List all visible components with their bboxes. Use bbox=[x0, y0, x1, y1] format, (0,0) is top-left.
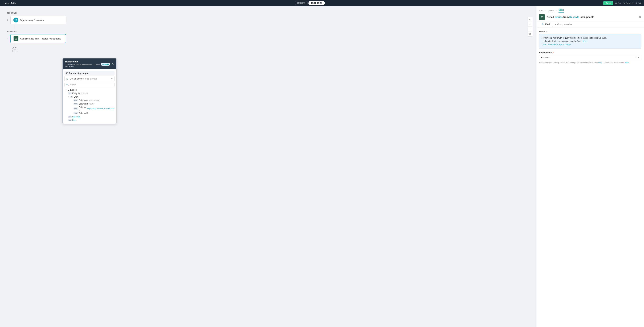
help-link-learn-more[interactable]: Learn more about lookup tables bbox=[542, 43, 571, 46]
type-grid-badge: ⊞ bbox=[70, 96, 73, 98]
field-hint-link1[interactable]: here bbox=[598, 62, 602, 64]
main-tabs: RECIPE TEST JOBS bbox=[295, 1, 325, 5]
type-number-badge-size: 123 bbox=[68, 116, 72, 118]
rdp-subtitle: To use data from a previous step, drag i… bbox=[65, 63, 112, 68]
group-map-icon: ⊞ bbox=[554, 23, 556, 26]
topbar: Lookup Table RECIPE TEST JOBS Save ⊕ Tes… bbox=[0, 0, 644, 6]
entries-toggle[interactable]: ▼ bbox=[65, 89, 67, 91]
rp-title: Get all entries from Records lookup tabl… bbox=[546, 16, 594, 19]
list-size-item[interactable]: 123 List size bbox=[67, 115, 114, 118]
add-step-button[interactable]: + bbox=[12, 47, 18, 52]
refresh-button[interactable]: ↻ Refresh bbox=[624, 2, 633, 4]
step1-number: 1 bbox=[7, 19, 8, 21]
field-hint-link2[interactable]: here bbox=[625, 62, 628, 64]
save-button[interactable]: Save bbox=[603, 1, 613, 5]
breadcrumb-action[interactable]: Action bbox=[548, 10, 554, 12]
exit-icon: ✕ bbox=[635, 2, 637, 4]
refresh-icon: ↻ bbox=[624, 2, 625, 4]
actions-section: ACTIONS 2 ⊞ Get all entries from Records… bbox=[7, 30, 529, 43]
tab-recipe[interactable]: RECIPE bbox=[295, 1, 308, 5]
rp-title-row: ⊞ Get all entries from Records lookup ta… bbox=[539, 14, 641, 22]
connector-1 bbox=[15, 25, 15, 29]
search-icon: 🔍 bbox=[66, 84, 69, 86]
column-a-item[interactable]: ABC Column A 4002387037 bbox=[73, 99, 114, 102]
test-button[interactable]: ⊕ Test bbox=[615, 2, 622, 4]
zoom-controls: ⊙ + − ⊕ bbox=[528, 17, 533, 37]
list-more-item[interactable]: 123 List ↓ bbox=[67, 118, 114, 122]
step-output-label: Get all entries bbox=[70, 77, 84, 80]
lookup-table-dropdown-button[interactable]: ▾ bbox=[638, 56, 639, 59]
type-string-badge-b: ABC bbox=[74, 103, 78, 105]
lookup-table-hint: Select from your lookup tables. You can … bbox=[539, 61, 641, 64]
entries-group[interactable]: ▼ ☰ Entries bbox=[64, 88, 114, 92]
help-label: HELP bbox=[539, 30, 545, 33]
app-title: Lookup Table bbox=[3, 2, 16, 5]
lookup-table-value: Records bbox=[541, 56, 635, 59]
dropdown-chevron-icon: ▾ bbox=[112, 77, 112, 80]
breadcrumb-setup[interactable]: Setup bbox=[558, 9, 564, 13]
breadcrumb-app[interactable]: App bbox=[539, 10, 543, 12]
zoom-reset-button[interactable]: ⊙ bbox=[528, 17, 532, 22]
exit-button[interactable]: ✕ Exit bbox=[635, 2, 641, 4]
breadcrumb-arrow-2: → bbox=[555, 10, 557, 12]
lookup-table-field: Lookup table * Records ✕ ▾ Select from y… bbox=[539, 52, 641, 64]
type-number-badge-more: 123 bbox=[68, 119, 72, 121]
test-icon: ⊕ bbox=[615, 2, 617, 4]
right-panel: App → Action → Setup ⊞ Get all entries f… bbox=[536, 6, 644, 327]
search-icon-tab: 🔍 bbox=[542, 23, 544, 26]
trigger-icon: ⏱ bbox=[14, 18, 18, 23]
step2-number: 2 bbox=[7, 38, 8, 40]
step-output-dropdown[interactable]: ⊞ Get all entries (Step 2 output) ▾ bbox=[64, 76, 114, 81]
grid-icon: ⊞ bbox=[66, 72, 68, 75]
rp-body: HELP ▲ Retrieves a maximum of 10000 entr… bbox=[536, 28, 644, 327]
trigger-text: Trigger every 5 minutes bbox=[20, 19, 44, 22]
rp-action-icon: ⊞ bbox=[539, 14, 545, 20]
trigger-section-label: TRIGGER bbox=[7, 12, 529, 14]
type-string-badge-a: ABC bbox=[74, 99, 78, 101]
help-header[interactable]: HELP ▲ bbox=[539, 30, 641, 33]
lookup-table-label: Lookup table * bbox=[539, 52, 641, 54]
type-string-badge-d: ABC bbox=[74, 112, 78, 114]
action-block[interactable]: ⊞ Get all entries from Records lookup ta… bbox=[10, 34, 66, 43]
entry-toggle[interactable]: ▼ bbox=[68, 96, 70, 98]
lookup-table-clear-button[interactable]: ✕ bbox=[635, 56, 637, 59]
tab-find[interactable]: 🔍 Find bbox=[539, 22, 552, 27]
search-box: 🔍 bbox=[64, 83, 114, 87]
rdp-section-current-output: ⊞ Current step output bbox=[64, 71, 114, 76]
connector-2 bbox=[15, 43, 15, 47]
column-c-item[interactable]: ABC Column C https://app.preview.workato… bbox=[73, 106, 114, 112]
step-output-sublabel: (Step 2 output) bbox=[85, 78, 97, 80]
required-indicator: * bbox=[553, 52, 554, 54]
actions-section-label: ACTIONS bbox=[7, 30, 529, 32]
chevron-up-icon: ▲ bbox=[546, 30, 548, 33]
help-section: HELP ▲ Retrieves a maximum of 10000 entr… bbox=[539, 30, 641, 49]
main-layout: TRIGGER 1 ⏱ Trigger every 5 minutes ACTI… bbox=[0, 6, 644, 327]
breadcrumb-arrow-1: → bbox=[544, 10, 546, 12]
rp-close-button[interactable]: ✕ bbox=[638, 15, 641, 19]
column-d-item[interactable]: ABC Column D ↓ bbox=[73, 112, 114, 115]
datapill-badge: datapill bbox=[101, 63, 110, 66]
search-input[interactable] bbox=[70, 84, 113, 86]
tab-group-map[interactable]: ⊞ Group map data bbox=[552, 22, 575, 27]
zoom-in-button[interactable]: + bbox=[528, 22, 532, 27]
help-link-here[interactable]: here bbox=[583, 40, 587, 43]
entry-group[interactable]: ▼ ⊞ Entry bbox=[67, 95, 114, 99]
entry-id-item[interactable]: 123 Entry ID 225329 bbox=[67, 92, 114, 95]
lookup-table-select[interactable]: Records ✕ ▾ bbox=[539, 55, 641, 60]
zoom-out-button[interactable]: − bbox=[528, 27, 532, 32]
canvas-inner: TRIGGER 1 ⏱ Trigger every 5 minutes ACTI… bbox=[0, 6, 536, 58]
zoom-fit-button[interactable]: ⊕ bbox=[528, 32, 532, 36]
column-b-item[interactable]: ABC Column B 43103 bbox=[73, 102, 114, 106]
rdp-expand-button[interactable]: ⇱ bbox=[112, 63, 114, 65]
tree-scroll: ▼ ☰ Entries 123 Entry ID 225329 ▼ ⊞ bbox=[64, 88, 114, 122]
rdp-body: ⊞ Current step output ⊞ Get all entries … bbox=[63, 69, 116, 124]
step-output-icon: ⊞ bbox=[66, 77, 68, 80]
type-string-badge-c: ABC bbox=[74, 108, 78, 110]
action-icon: ⊞ bbox=[14, 36, 18, 41]
breadcrumb: App → Action → Setup bbox=[539, 9, 641, 13]
trigger-block[interactable]: ⏱ Trigger every 5 minutes bbox=[10, 16, 66, 24]
action-text: Get all entries from Records lookup tabl… bbox=[20, 37, 61, 40]
list-icon: ☰ bbox=[68, 89, 70, 91]
tab-test-jobs[interactable]: TEST JOBS bbox=[308, 1, 325, 5]
rdp-header: Recipe data To use data from a previous … bbox=[63, 59, 116, 69]
